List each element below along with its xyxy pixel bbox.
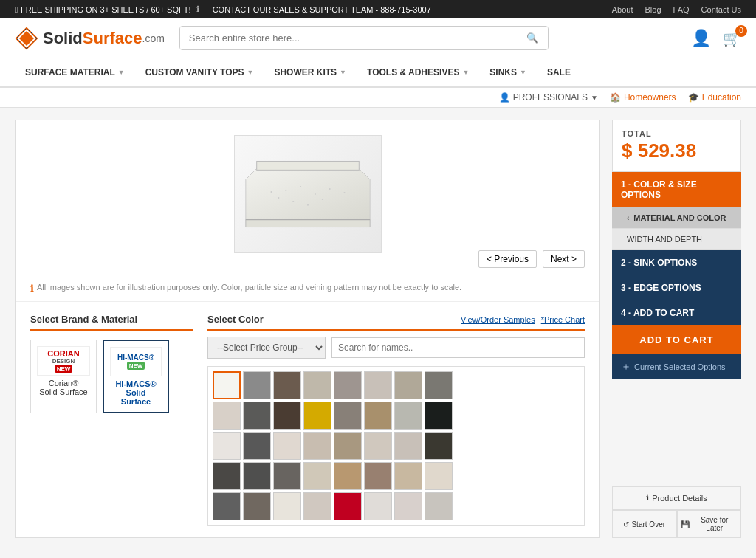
product-nav: < Previous Next > (478, 250, 585, 268)
nav-sale[interactable]: SALE (537, 58, 581, 86)
color-swatch-17[interactable] (243, 432, 271, 460)
header-icons: 👤 🛒 0 (691, 29, 741, 48)
brand-cards: CORIAN DESIGN NEW Corian®Solid Surface H… (30, 340, 193, 413)
sub-material-color[interactable]: ‹ MATERIAL AND COLOR (612, 207, 741, 229)
color-swatch-11[interactable] (303, 402, 331, 430)
svg-point-11 (292, 201, 294, 202)
chevron-left-icon: ‹ (627, 214, 629, 222)
color-swatch-3[interactable] (303, 371, 331, 399)
color-section-title: Select Color (207, 314, 264, 325)
color-swatch-19[interactable] (303, 432, 331, 460)
color-swatch-34[interactable] (273, 492, 301, 520)
color-swatch-31[interactable] (425, 462, 453, 490)
contact-link[interactable]: Contact Us (701, 5, 741, 14)
color-swatch-4[interactable] (334, 371, 362, 399)
brand-card-corian[interactable]: CORIAN DESIGN NEW Corian®Solid Surface (30, 340, 97, 413)
save-for-later-button[interactable]: 💾 Save for Later (677, 510, 742, 538)
price-chart-link[interactable]: *Price Chart (541, 315, 585, 324)
color-swatch-36[interactable] (334, 492, 362, 520)
sub-width-depth[interactable]: WIDTH AND DEPTH (612, 229, 741, 250)
account-icon[interactable]: 👤 (691, 29, 711, 48)
product-details-button[interactable]: ℹ Product Details (612, 486, 741, 509)
color-swatch-20[interactable] (334, 432, 362, 460)
color-swatch-18[interactable] (273, 432, 301, 460)
brand-card-himacs[interactable]: HI-MACS® NEW HI-MACS®Solid Surface (103, 340, 169, 413)
view-samples-link[interactable]: View/Order Samples (461, 315, 535, 324)
main-panel: < Previous Next > ℹ All images shown are… (15, 120, 600, 538)
color-swatch-2[interactable] (273, 371, 301, 399)
current-options[interactable]: ＋ Current Selected Options (612, 354, 741, 379)
faq-link[interactable]: FAQ (673, 5, 690, 14)
color-swatch-10[interactable] (273, 402, 301, 430)
color-swatch-30[interactable] (394, 462, 422, 490)
price-group-select[interactable]: --Select Price Group-- (207, 337, 326, 359)
color-swatch-6[interactable] (394, 371, 422, 399)
info-icon: ℹ (30, 283, 34, 294)
nav-arrow-4: ▼ (520, 69, 526, 76)
color-swatch-23[interactable] (425, 432, 453, 460)
top-bar-right: About Blog FAQ Contact Us (612, 5, 741, 14)
color-swatch-13[interactable] (364, 402, 392, 430)
color-swatch-27[interactable] (303, 462, 331, 490)
color-swatch-15[interactable] (425, 402, 453, 430)
step3-header[interactable]: 3 - EDGE OPTIONS (612, 275, 741, 300)
color-swatch-38[interactable] (394, 492, 422, 520)
nav-homeowners[interactable]: 🏠 Homeowners (610, 92, 676, 103)
color-swatch-35[interactable] (303, 492, 331, 520)
nav-professionals[interactable]: 👤 PROFESSIONALS ▼ (499, 92, 598, 103)
total-box: TOTAL $ 529.38 (612, 120, 741, 172)
nav-arrow-1: ▼ (247, 69, 254, 76)
content-area: < Previous Next > ℹ All images shown are… (0, 108, 756, 550)
color-swatch-28[interactable] (334, 462, 362, 490)
color-swatch-1[interactable] (243, 371, 271, 399)
color-grid (208, 367, 584, 525)
color-swatch-7[interactable] (425, 371, 453, 399)
nav-education[interactable]: 🎓 Education (688, 92, 741, 103)
nav-sinks[interactable]: SINKS ▼ (479, 58, 537, 86)
color-search-input[interactable] (331, 337, 585, 358)
blog-link[interactable]: Blog (645, 5, 662, 14)
logo[interactable]: SolidSurface.com (15, 27, 165, 50)
prev-button[interactable]: < Previous (478, 250, 537, 268)
color-swatch-37[interactable] (364, 492, 392, 520)
color-swatch-16[interactable] (213, 432, 241, 460)
color-swatch-33[interactable] (243, 492, 271, 520)
next-button[interactable]: Next > (543, 250, 585, 268)
nav-shower-kits[interactable]: SHOWER KITS ▼ (264, 58, 357, 86)
search-button[interactable]: 🔍 (518, 27, 548, 49)
logo-com: .com (142, 32, 165, 44)
nav-custom-vanity[interactable]: CUSTOM VANITY TOPS ▼ (135, 58, 264, 86)
color-swatch-8[interactable] (213, 402, 241, 430)
start-over-button[interactable]: ↺ Start Over (612, 510, 677, 538)
nav-tools-adhesives[interactable]: TOOLS & ADHESIVES ▼ (357, 58, 479, 86)
new-badge: NEW (55, 365, 73, 373)
search-input[interactable] (180, 27, 518, 49)
color-swatch-24[interactable] (213, 462, 241, 490)
refresh-icon: ↺ (623, 520, 629, 528)
color-swatch-22[interactable] (394, 432, 422, 460)
top-bar: 🛚 FREE SHIPPING ON 3+ SHEETS / 60+ SQFT!… (0, 0, 756, 18)
color-swatch-39[interactable] (425, 492, 453, 520)
color-swatch-12[interactable] (334, 402, 362, 430)
nav-surface-material[interactable]: SURFACE MATERIAL ▼ (15, 58, 135, 86)
cart-icon[interactable]: 🛒 0 (723, 30, 741, 47)
shipping-text: FREE SHIPPING ON 3+ SHEETS / 60+ SQFT! (21, 5, 190, 14)
step1-header[interactable]: 1 - COLOR & SIZE OPTIONS (612, 172, 741, 207)
action-row: ↺ Start Over 💾 Save for Later (612, 509, 741, 538)
add-to-cart-button[interactable]: ADD TO CART (612, 326, 741, 354)
color-swatch-0[interactable] (213, 371, 241, 399)
color-swatch-14[interactable] (394, 402, 422, 430)
color-swatch-32[interactable] (213, 492, 241, 520)
color-swatch-21[interactable] (364, 432, 392, 460)
step4-header[interactable]: 4 - ADD TO CART (612, 300, 741, 326)
color-swatch-5[interactable] (364, 371, 392, 399)
color-swatch-9[interactable] (243, 402, 271, 430)
about-link[interactable]: About (612, 5, 633, 14)
step2-header[interactable]: 2 - SINK OPTIONS (612, 250, 741, 275)
svg-point-12 (307, 204, 309, 206)
color-swatch-26[interactable] (273, 462, 301, 490)
color-swatch-29[interactable] (364, 462, 392, 490)
color-grid-container (207, 366, 585, 526)
color-swatch-25[interactable] (243, 462, 271, 490)
svg-point-13 (321, 199, 323, 200)
